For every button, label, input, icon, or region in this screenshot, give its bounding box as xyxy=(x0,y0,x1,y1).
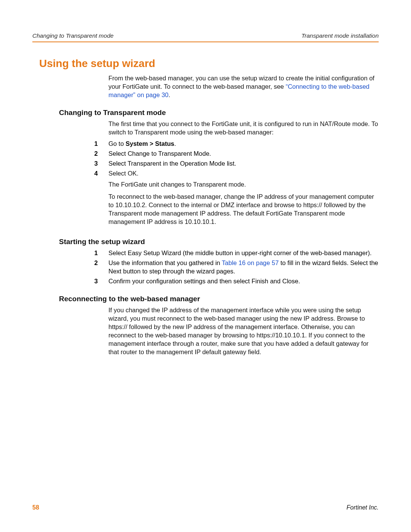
sec1-intro: The first time that you connect to the F… xyxy=(108,120,379,137)
footer-company: Fortinet Inc. xyxy=(347,504,379,511)
step-number: 3 xyxy=(32,160,108,168)
sec1-intro-text: The first time that you connect to the F… xyxy=(108,120,379,137)
sec1-after1: The FortiGate unit changes to Transparen… xyxy=(108,181,379,189)
page-number: 58 xyxy=(32,504,39,511)
step-number: 1 xyxy=(32,249,108,257)
intro-text-b: . xyxy=(169,91,170,98)
list-item: 4 Select OK. The FortiGate unit changes … xyxy=(32,169,379,229)
step-number: 2 xyxy=(32,150,108,158)
sec3-text: If you changed the IP address of the man… xyxy=(108,306,379,356)
list-item: 2 Select Change to Transparent Mode. xyxy=(32,150,379,158)
list-item: 1 Select Easy Setup Wizard (the middle b… xyxy=(32,249,379,257)
intro-paragraph: From the web-based manager, you can use … xyxy=(108,74,379,99)
step-body: Select Transparent in the Operation Mode… xyxy=(108,160,379,168)
section-heading-reconnecting: Reconnecting to the web-based manager xyxy=(59,295,379,303)
step1-suffix: . xyxy=(174,140,176,147)
list-item: 2 Use the information that you gathered … xyxy=(32,259,379,276)
section-heading-starting-wizard: Starting the setup wizard xyxy=(59,238,379,246)
step-body: Select Change to Transparent Mode. xyxy=(108,150,379,158)
step4-text: Select OK. xyxy=(108,169,379,178)
step-body: Go to System > Status. xyxy=(108,140,379,148)
step-body: Select Easy Setup Wizard (the middle but… xyxy=(108,249,379,257)
page: Changing to Transparent mode Transparent… xyxy=(0,0,411,532)
step1-prefix: Go to xyxy=(108,140,126,147)
step-number: 4 xyxy=(32,169,108,178)
step-body: Confirm your configuration settings and … xyxy=(108,277,379,286)
link-table-16[interactable]: Table 16 on page 57 xyxy=(222,259,279,266)
sec1-after2: To reconnect to the web-based manager, c… xyxy=(108,193,379,226)
list-item: 3 Confirm your configuration settings an… xyxy=(32,277,379,286)
sec3-body: If you changed the IP address of the man… xyxy=(108,306,379,356)
page-title: Using the setup wizard xyxy=(39,58,379,70)
step-number: 1 xyxy=(32,140,108,148)
step-number: 2 xyxy=(32,259,108,267)
list-item: 1 Go to System > Status. xyxy=(32,140,379,148)
step1-bold: System > Status xyxy=(126,140,174,147)
intro-block: From the web-based manager, you can use … xyxy=(108,74,379,99)
step-body: Use the information that you gathered in… xyxy=(108,259,379,276)
step-number: 3 xyxy=(32,277,108,286)
page-footer: 58 Fortinet Inc. xyxy=(32,504,379,511)
running-header: Changing to Transparent mode Transparent… xyxy=(32,32,379,42)
list-item: 3 Select Transparent in the Operation Mo… xyxy=(32,160,379,168)
header-right: Transparent mode installation xyxy=(301,32,379,39)
header-left: Changing to Transparent mode xyxy=(32,32,113,39)
step-body: Select OK. The FortiGate unit changes to… xyxy=(108,169,379,229)
section-heading-changing-mode: Changing to Transparent mode xyxy=(59,109,379,117)
sec2-step2-pre: Use the information that you gathered in xyxy=(108,259,222,266)
